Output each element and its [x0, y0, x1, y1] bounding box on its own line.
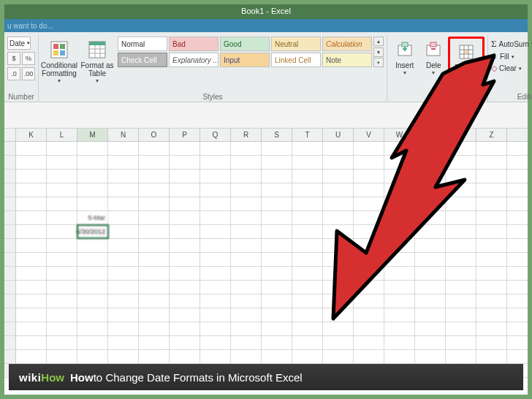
row-header[interactable] [4, 267, 16, 280]
cell[interactable] [231, 225, 262, 238]
cell[interactable] [77, 350, 108, 363]
cell[interactable] [108, 197, 139, 210]
cell[interactable] [170, 142, 200, 155]
cell[interactable] [170, 336, 200, 349]
cell[interactable] [415, 336, 446, 349]
cell[interactable] [384, 183, 415, 197]
cell[interactable] [476, 225, 507, 238]
cell[interactable] [47, 170, 77, 183]
cell[interactable] [323, 281, 354, 294]
column-header-P[interactable]: P [170, 129, 200, 141]
cell[interactable] [262, 225, 292, 238]
cell[interactable] [446, 225, 476, 238]
cell[interactable] [384, 197, 415, 210]
cell[interactable] [231, 350, 262, 363]
cell[interactable] [139, 294, 170, 308]
cell[interactable] [200, 239, 231, 252]
cell[interactable] [77, 197, 108, 210]
cell[interactable] [262, 322, 292, 335]
style-check-cell[interactable]: Check Cell [118, 53, 167, 67]
cell[interactable] [16, 197, 47, 210]
cell[interactable] [200, 211, 231, 224]
cell[interactable] [16, 170, 47, 183]
cell[interactable] [415, 197, 446, 210]
cell[interactable] [231, 267, 262, 280]
cell[interactable] [108, 281, 139, 294]
cell[interactable] [262, 294, 292, 308]
cell[interactable] [476, 308, 507, 322]
cell[interactable] [415, 294, 446, 308]
cell[interactable] [16, 322, 47, 335]
cell[interactable] [292, 211, 323, 224]
column-header-Y[interactable]: Y [446, 129, 476, 141]
cell[interactable] [292, 183, 323, 197]
cell-styles-gallery[interactable]: NormalBadGoodNeutralCalculationCheck Cel… [118, 37, 372, 67]
cell[interactable] [47, 294, 77, 308]
increase-decimal-button[interactable]: .0 [7, 67, 20, 80]
cell[interactable] [323, 350, 354, 363]
cell[interactable] [476, 267, 507, 280]
gallery-up-button[interactable]: ▲ [373, 37, 384, 46]
cell[interactable] [200, 197, 231, 210]
cell[interactable] [384, 239, 415, 252]
cell[interactable] [384, 211, 415, 224]
delete-cells-button[interactable]: Dele ▾ [419, 37, 449, 76]
cell[interactable] [200, 156, 231, 169]
cell[interactable] [108, 308, 139, 322]
column-header-R[interactable]: R [231, 129, 262, 141]
column-header-V[interactable]: V [354, 129, 384, 141]
cell[interactable] [446, 170, 476, 183]
row-header[interactable] [4, 197, 16, 210]
cell[interactable] [231, 183, 262, 197]
cell[interactable] [47, 156, 77, 169]
style-calculation[interactable]: Calculation [322, 37, 372, 51]
style-explanatory-[interactable]: Explanatory ... [169, 53, 218, 67]
cell[interactable] [47, 281, 77, 294]
cell[interactable] [170, 239, 200, 252]
clear-button[interactable]: ◇ Clear ▾ [491, 64, 532, 73]
cell[interactable] [354, 225, 384, 238]
cell[interactable] [139, 308, 170, 322]
cell[interactable] [354, 170, 384, 183]
cell[interactable] [77, 253, 108, 266]
cell[interactable] [384, 156, 415, 169]
cell[interactable] [200, 336, 231, 349]
cell[interactable] [415, 350, 446, 363]
cell[interactable] [446, 211, 476, 224]
cell[interactable] [415, 308, 446, 322]
cell[interactable] [354, 350, 384, 363]
cell[interactable] [200, 225, 231, 238]
cell[interactable] [47, 183, 77, 197]
style-bad[interactable]: Bad [169, 37, 218, 51]
cell[interactable] [476, 170, 507, 183]
row-header[interactable] [4, 183, 16, 197]
cell[interactable] [108, 253, 139, 266]
cell[interactable] [108, 267, 139, 280]
number-format-dropdown[interactable]: Date ▾ [7, 37, 31, 50]
cell[interactable] [292, 294, 323, 308]
column-header-T[interactable]: T [292, 129, 323, 141]
cell[interactable] [384, 170, 415, 183]
cell[interactable] [200, 170, 231, 183]
cell[interactable] [16, 156, 47, 169]
cell[interactable] [170, 156, 200, 169]
cell[interactable] [415, 211, 446, 224]
cell[interactable] [476, 211, 507, 224]
cell[interactable] [231, 197, 262, 210]
cell[interactable] [170, 281, 200, 294]
column-header-Q[interactable]: Q [200, 129, 231, 141]
cell[interactable] [476, 322, 507, 335]
decrease-decimal-button[interactable]: .00 [22, 67, 35, 80]
cell[interactable] [200, 294, 231, 308]
gallery-more-button[interactable]: ▾ [373, 58, 384, 67]
cell[interactable] [77, 156, 108, 169]
cell[interactable] [292, 156, 323, 169]
cell[interactable] [384, 267, 415, 280]
cell[interactable] [170, 197, 200, 210]
cell[interactable] [200, 281, 231, 294]
cell[interactable] [108, 294, 139, 308]
cell[interactable] [231, 253, 262, 266]
cell[interactable] [292, 336, 323, 349]
cell[interactable] [262, 156, 292, 169]
column-header-S[interactable]: S [262, 129, 292, 141]
